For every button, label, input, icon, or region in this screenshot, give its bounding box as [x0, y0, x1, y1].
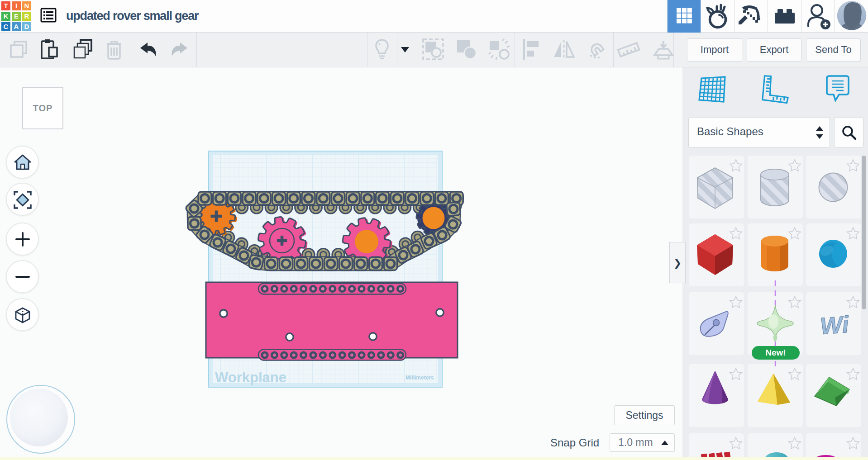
svg-text:Millimeters: Millimeters	[405, 375, 434, 381]
svg-text:Workplane: Workplane	[215, 370, 286, 385]
